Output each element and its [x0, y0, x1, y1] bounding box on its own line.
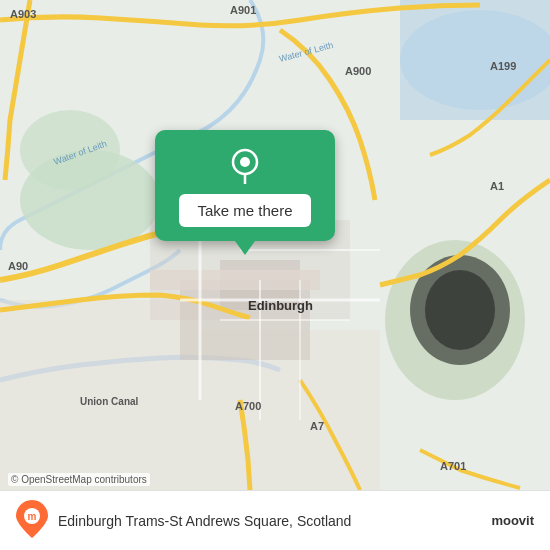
svg-text:Edinburgh: Edinburgh: [248, 298, 313, 313]
svg-text:A7: A7: [310, 420, 324, 432]
svg-rect-13: [150, 270, 320, 290]
bottom-bar: m Edinburgh Trams-St Andrews Square, Sco…: [0, 490, 550, 550]
location-name: Edinburgh Trams-St Andrews Square, Scotl…: [58, 513, 483, 529]
copyright-notice: © OpenStreetMap contributors: [8, 473, 150, 486]
moovit-text-logo: moovit: [491, 513, 534, 528]
svg-text:A900: A900: [345, 65, 371, 77]
svg-point-34: [240, 157, 250, 167]
take-me-there-button[interactable]: Take me there: [179, 194, 310, 227]
popup-card: Take me there: [155, 130, 335, 241]
svg-text:A903: A903: [10, 8, 36, 20]
svg-text:m: m: [28, 511, 37, 522]
svg-text:A901: A901: [230, 4, 256, 16]
svg-text:A700: A700: [235, 400, 261, 412]
svg-text:A701: A701: [440, 460, 466, 472]
svg-text:A1: A1: [490, 180, 504, 192]
svg-rect-8: [0, 300, 200, 490]
map-background: A903 A901 A199 A900 A1 A90 Union Canal A…: [0, 0, 550, 490]
svg-text:A199: A199: [490, 60, 516, 72]
moovit-logo-container: m: [16, 500, 48, 542]
location-pin-icon: [227, 148, 263, 184]
svg-point-7: [425, 270, 495, 350]
svg-text:A90: A90: [8, 260, 28, 272]
svg-text:Union Canal: Union Canal: [80, 396, 139, 407]
moovit-pin-icon: m: [16, 500, 48, 538]
map-container: A903 A901 A199 A900 A1 A90 Union Canal A…: [0, 0, 550, 490]
